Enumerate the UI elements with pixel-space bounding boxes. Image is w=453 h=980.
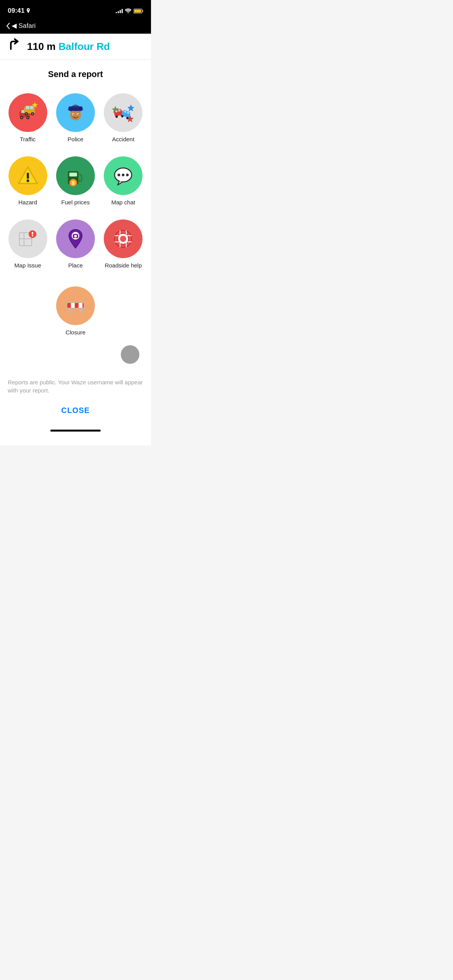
report-item-traffic[interactable]: Traffic (4, 87, 51, 150)
closure-icon (64, 294, 87, 317)
report-item-mapissue[interactable]: Map Issue (4, 213, 51, 276)
svg-text:$: $ (72, 180, 75, 186)
place-icon-circle (56, 219, 95, 258)
signal-icon (116, 9, 123, 13)
accident-icon (112, 101, 135, 124)
mapchat-icon-circle (104, 156, 142, 195)
fab-area (8, 343, 143, 367)
svg-point-57 (126, 174, 129, 176)
location-icon (26, 8, 31, 14)
public-notice: Reports are public. Your Waze username w… (8, 379, 143, 394)
report-item-place[interactable]: Place (51, 213, 99, 276)
mapchat-label: Map chat (111, 199, 135, 206)
roadside-icon (112, 227, 135, 250)
home-indicator (0, 427, 151, 434)
report-item-roadside[interactable]: Roadside help (100, 213, 147, 276)
fab-button[interactable] (121, 345, 139, 364)
hazard-icon (16, 164, 39, 187)
mapissue-icon (16, 227, 39, 250)
public-notice-wrapper: Reports are public. Your Waze username w… (0, 367, 151, 398)
svg-rect-47 (27, 173, 29, 179)
svg-rect-75 (67, 303, 71, 308)
report-grid: Traffic (0, 87, 151, 276)
svg-rect-2 (142, 10, 143, 12)
fuel-icon-circle: $ (56, 156, 95, 195)
police-label: Police (68, 136, 84, 142)
hazard-icon-circle (9, 156, 47, 195)
direction-text: 110 m Balfour Rd (27, 41, 110, 53)
svg-point-30 (72, 105, 79, 108)
mapissue-label: Map Issue (14, 262, 41, 269)
report-item-police[interactable]: Police (51, 87, 99, 150)
hazard-label: Hazard (18, 199, 37, 206)
close-button[interactable]: CLOSE (61, 406, 90, 415)
svg-point-63 (32, 235, 33, 236)
svg-point-70 (120, 236, 126, 242)
place-icon (64, 227, 87, 250)
status-right (116, 9, 143, 14)
report-item-fuel[interactable]: $ Fuel prices (51, 150, 99, 213)
mapchat-icon (112, 164, 135, 187)
direction-bar: 110 m Balfour Rd (0, 34, 151, 60)
back-safari[interactable]: ◀ Safari (6, 22, 36, 30)
svg-point-48 (26, 180, 29, 182)
traffic-icon-circle (9, 93, 47, 132)
svg-rect-1 (134, 9, 141, 12)
mapissue-icon-circle (9, 219, 47, 258)
fuel-icon: $ (64, 164, 87, 187)
svg-rect-76 (75, 303, 79, 308)
svg-rect-62 (32, 232, 33, 235)
svg-rect-77 (82, 303, 86, 308)
svg-point-18 (32, 113, 33, 115)
report-item-closure[interactable]: Closure (53, 280, 98, 343)
svg-point-56 (122, 174, 125, 176)
svg-rect-13 (26, 106, 29, 109)
svg-point-27 (77, 114, 78, 115)
place-label: Place (68, 262, 83, 269)
svg-rect-50 (69, 173, 77, 176)
svg-rect-51 (78, 180, 81, 182)
turn-arrow-icon (8, 38, 22, 55)
police-icon-circle (56, 93, 95, 132)
svg-point-8 (21, 117, 22, 118)
report-item-hazard[interactable]: Hazard (4, 150, 51, 213)
report-item-mapchat[interactable]: Map chat (100, 150, 147, 213)
fuel-label: Fuel prices (61, 199, 89, 206)
svg-rect-67 (74, 234, 77, 235)
svg-point-55 (118, 174, 120, 176)
close-button-wrapper: CLOSE (0, 398, 151, 427)
roadside-icon-circle (104, 219, 142, 258)
home-bar (50, 430, 101, 432)
closure-label: Closure (65, 329, 86, 336)
status-time: 09:41 (8, 7, 31, 15)
report-item-accident[interactable]: Accident (100, 87, 147, 150)
svg-marker-32 (128, 105, 134, 111)
status-bar: 09:41 (0, 0, 151, 19)
svg-point-23 (70, 110, 81, 120)
svg-rect-14 (30, 106, 33, 109)
battery-icon (134, 9, 143, 14)
single-report-row: Closure (0, 276, 151, 343)
accident-icon-circle (104, 93, 142, 132)
closure-icon-circle (56, 286, 95, 325)
svg-point-16 (26, 113, 27, 115)
main-content: Send a report (0, 60, 151, 445)
traffic-icon (16, 101, 39, 124)
accident-label: Accident (112, 136, 135, 142)
turn-right-icon (8, 38, 22, 52)
back-arrow-icon (6, 23, 10, 29)
roadside-label: Roadside help (105, 262, 142, 269)
nav-bar: ◀ Safari (0, 19, 151, 34)
police-icon (64, 101, 87, 124)
svg-point-10 (27, 117, 29, 118)
wifi-icon (125, 9, 131, 13)
page-title: Send a report (0, 60, 151, 87)
svg-point-66 (74, 235, 77, 238)
traffic-label: Traffic (20, 136, 36, 142)
svg-point-26 (73, 114, 74, 115)
